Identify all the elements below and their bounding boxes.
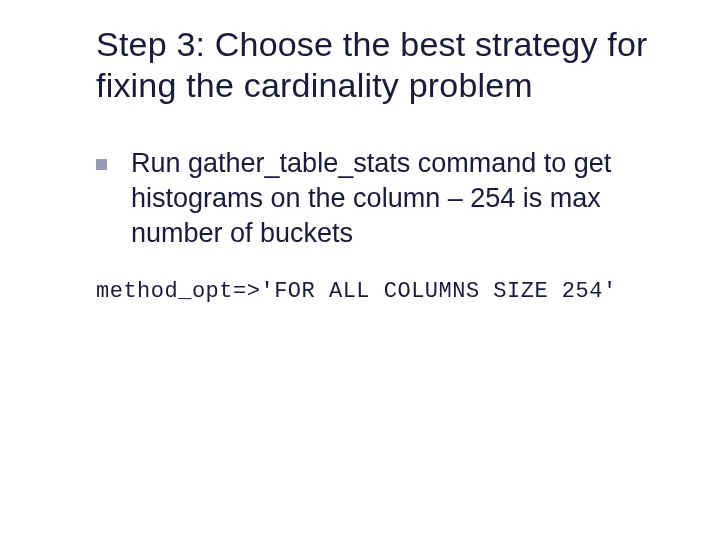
bullet-item: Run gather_table_stats command to get hi… bbox=[96, 146, 672, 251]
code-line: method_opt=>'FOR ALL COLUMNS SIZE 254' bbox=[96, 279, 672, 304]
bullet-text: Run gather_table_stats command to get hi… bbox=[131, 146, 672, 251]
slide-title: Step 3: Choose the best strategy for fix… bbox=[96, 24, 672, 106]
square-bullet-icon bbox=[96, 159, 107, 170]
slide: Step 3: Choose the best strategy for fix… bbox=[0, 0, 720, 540]
